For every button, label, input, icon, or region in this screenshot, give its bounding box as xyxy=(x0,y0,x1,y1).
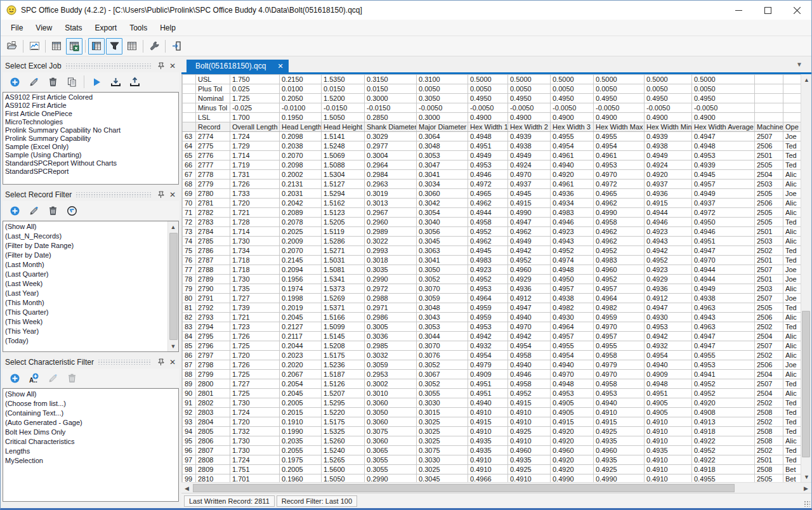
data-cell[interactable]: 0.4953 xyxy=(594,389,645,398)
data-cell[interactable]: 2506 xyxy=(755,141,783,151)
data-cell[interactable]: 0.4947 xyxy=(645,303,692,313)
data-cell[interactable]: 0.4955 xyxy=(551,132,594,141)
data-cell[interactable]: 0.4945 xyxy=(508,189,551,199)
data-cell[interactable]: 0.3060 xyxy=(417,189,468,199)
scroll-thumb[interactable] xyxy=(802,311,810,457)
data-cell[interactable]: 0.4944 xyxy=(692,275,755,284)
data-cell[interactable]: 0.2984 xyxy=(365,170,417,180)
record-number-cell[interactable]: 2796 xyxy=(196,341,230,351)
data-cell[interactable]: 1.723 xyxy=(230,322,280,332)
data-cell[interactable]: 0.2145 xyxy=(280,256,322,265)
data-cell[interactable]: 0.4937 xyxy=(692,199,755,208)
data-cell[interactable]: 0.3070 xyxy=(417,341,468,351)
data-cell[interactable]: 0.2005 xyxy=(280,398,322,408)
list-item[interactable]: (Last Year) xyxy=(5,289,167,298)
data-cell[interactable]: 0.4929 xyxy=(645,275,692,284)
data-cell[interactable]: 0.3060 xyxy=(365,398,417,408)
data-cell[interactable]: 0.4923 xyxy=(645,265,692,275)
data-cell[interactable]: 2501 xyxy=(755,455,783,465)
data-cell[interactable]: 1.5069 xyxy=(322,151,365,160)
data-cell[interactable]: 0.4982 xyxy=(551,303,594,313)
data-cell[interactable]: 0.4946 xyxy=(508,370,551,379)
data-cell[interactable]: 0.2960 xyxy=(365,218,417,227)
data-cell[interactable]: Alic xyxy=(783,313,803,322)
data-cell[interactable]: 0.3050 xyxy=(417,265,468,275)
data-cell[interactable]: 2504 xyxy=(755,370,783,379)
data-cell[interactable]: 0.4946 xyxy=(468,170,508,180)
data-cell[interactable]: 1.726 xyxy=(230,360,280,370)
data-cell[interactable]: 1.726 xyxy=(230,180,280,189)
list-item[interactable]: (Show All) xyxy=(5,389,178,399)
edit-pencil-button[interactable] xyxy=(25,74,42,90)
data-cell[interactable]: 0.4944 xyxy=(692,265,755,275)
data-cell[interactable]: 1.5126 xyxy=(322,379,365,389)
data-cell[interactable]: Alic xyxy=(783,227,803,237)
maximize-button[interactable] xyxy=(753,1,782,20)
data-cell[interactable]: 0.4923 xyxy=(645,227,692,237)
data-cell[interactable]: 0.4953 xyxy=(594,160,645,170)
data-cell[interactable]: 0.2023 xyxy=(280,351,322,360)
record-number-cell[interactable]: 2801 xyxy=(196,389,230,398)
data-cell[interactable]: 0.4972 xyxy=(594,180,645,189)
data-grid-button[interactable] xyxy=(48,38,65,55)
minimize-button[interactable] xyxy=(724,1,753,20)
record-number-cell[interactable]: 2776 xyxy=(196,151,230,160)
data-cell[interactable]: 0.2988 xyxy=(365,294,417,303)
data-cell[interactable]: 2507 xyxy=(755,265,783,275)
data-cell[interactable]: 0.4953 xyxy=(468,284,508,294)
data-cell[interactable]: 0.4910 xyxy=(468,455,508,465)
data-cell[interactable]: 0.4954 xyxy=(645,351,692,360)
data-cell[interactable]: 0.4942 xyxy=(508,246,551,256)
record-number-cell[interactable]: 2804 xyxy=(196,417,230,427)
run-play-button[interactable] xyxy=(88,74,105,90)
scroll-thumb[interactable] xyxy=(193,484,735,492)
data-cell[interactable]: 0.4964 xyxy=(551,322,594,332)
data-cell[interactable]: Alic xyxy=(783,436,803,446)
data-cell[interactable]: 1.721 xyxy=(230,313,280,322)
data-cell[interactable]: 1.5341 xyxy=(322,275,365,284)
data-cell[interactable]: 0.4990 xyxy=(594,208,645,218)
data-cell[interactable]: 0.4923 xyxy=(468,265,508,275)
pin-icon[interactable] xyxy=(156,357,166,367)
data-cell[interactable]: 0.3019 xyxy=(365,189,417,199)
data-cell[interactable]: 0.4936 xyxy=(508,284,551,294)
data-cell[interactable]: 0.4935 xyxy=(594,455,645,465)
data-cell[interactable]: Alic xyxy=(783,341,803,351)
data-cell[interactable]: 2501 xyxy=(755,275,783,284)
reset-undo-button[interactable] xyxy=(63,202,80,219)
data-cell[interactable]: Alic xyxy=(783,389,803,398)
data-cell[interactable]: 1.5123 xyxy=(322,208,365,218)
data-cell[interactable]: 0.4952 xyxy=(508,389,551,398)
data-cell[interactable]: 0.3041 xyxy=(417,256,468,265)
data-cell[interactable]: 1.720 xyxy=(230,351,280,360)
data-cell[interactable]: 0.3056 xyxy=(417,227,468,237)
data-cell[interactable]: 0.4920 xyxy=(551,170,594,180)
data-cell[interactable]: 0.4910 xyxy=(645,455,692,465)
out-of-spec-cell[interactable]: 1.751 xyxy=(230,465,280,474)
data-cell[interactable]: 0.4970 xyxy=(594,370,645,379)
data-cell[interactable]: 0.4962 xyxy=(594,227,645,237)
data-cell[interactable]: 0.4952 xyxy=(594,275,645,284)
grid-button[interactable] xyxy=(124,38,140,55)
record-number-cell[interactable]: 2783 xyxy=(196,218,230,227)
data-cell[interactable]: 0.4951 xyxy=(645,389,692,398)
data-cell[interactable]: 2502 xyxy=(755,246,783,256)
scroll-down-icon[interactable]: ▼ xyxy=(801,471,812,482)
record-number-cell[interactable]: 2795 xyxy=(196,332,230,341)
data-cell[interactable]: 1.5248 xyxy=(322,141,365,151)
data-cell[interactable]: 0.2002 xyxy=(280,170,322,180)
data-cell[interactable]: 0.4990 xyxy=(508,208,551,218)
data-cell[interactable]: 0.2964 xyxy=(365,160,417,170)
data-cell[interactable]: 0.3052 xyxy=(417,360,468,370)
data-cell[interactable]: 0.3015 xyxy=(417,408,468,417)
data-cell[interactable]: 1.5205 xyxy=(322,218,365,227)
data-cell[interactable]: 0.3075 xyxy=(365,427,417,436)
record-number-cell[interactable]: 2779 xyxy=(196,180,230,189)
data-cell[interactable]: Joe xyxy=(783,189,803,199)
data-cell[interactable]: 1.731 xyxy=(230,170,280,180)
record-number-cell[interactable]: 2789 xyxy=(196,275,230,284)
data-cell[interactable]: 0.4979 xyxy=(594,360,645,370)
data-cell[interactable]: 0.4952 xyxy=(468,227,508,237)
data-cell[interactable]: 2505 xyxy=(755,208,783,218)
list-item[interactable]: Prolink Summary Capability No Chart xyxy=(5,126,178,134)
